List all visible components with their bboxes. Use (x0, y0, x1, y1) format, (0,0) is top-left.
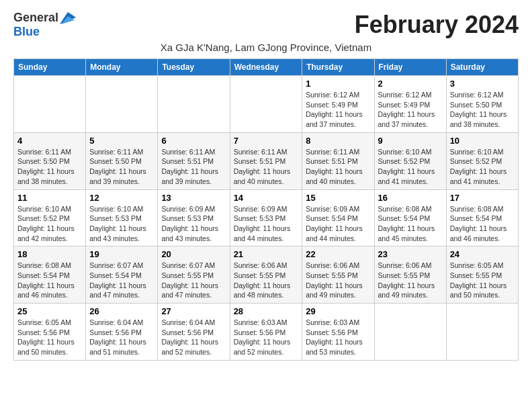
sunrise-text: Sunrise: 6:12 AM (450, 90, 515, 100)
day-number: 1 (306, 79, 370, 89)
calendar-day-cell: 22Sunrise: 6:06 AMSunset: 5:55 PMDayligh… (302, 246, 374, 304)
calendar-day-cell: 2Sunrise: 6:12 AMSunset: 5:49 PMDaylight… (374, 76, 446, 133)
month-title: February 2024 (355, 11, 519, 39)
sunset-text: Sunset: 5:52 PM (17, 214, 82, 224)
calendar-day-cell: 20Sunrise: 6:07 AMSunset: 5:55 PMDayligh… (158, 246, 230, 304)
calendar-day-cell: 10Sunrise: 6:10 AMSunset: 5:52 PMDayligh… (446, 132, 518, 189)
sunset-text: Sunset: 5:50 PM (89, 156, 154, 167)
sunrise-text: Sunrise: 6:08 AM (17, 261, 82, 271)
weekday-header: Wednesday (230, 59, 302, 76)
sunset-text: Sunset: 5:55 PM (378, 271, 443, 281)
day-info: Sunrise: 6:08 AMSunset: 5:54 PMDaylight:… (378, 204, 443, 244)
day-info: Sunrise: 6:10 AMSunset: 5:52 PMDaylight:… (17, 204, 82, 244)
daylight-text: Daylight: 11 hours and 47 minutes. (161, 281, 226, 300)
logo-blue: Blue (13, 25, 40, 39)
day-number: 7 (234, 136, 299, 146)
calendar-day-cell: 3Sunrise: 6:12 AMSunset: 5:50 PMDaylight… (446, 76, 518, 133)
calendar-day-cell: 28Sunrise: 6:03 AMSunset: 5:56 PMDayligh… (230, 304, 302, 361)
sunrise-text: Sunrise: 6:12 AM (378, 90, 443, 100)
daylight-text: Daylight: 11 hours and 38 minutes. (450, 109, 515, 129)
sunrise-text: Sunrise: 6:09 AM (306, 204, 370, 214)
day-info: Sunrise: 6:03 AMSunset: 5:56 PMDaylight:… (306, 318, 370, 357)
calendar-day-cell: 27Sunrise: 6:04 AMSunset: 5:56 PMDayligh… (158, 304, 230, 361)
weekday-header: Friday (374, 59, 446, 76)
calendar-day-cell (158, 76, 230, 133)
day-number: 3 (450, 79, 515, 89)
daylight-text: Daylight: 11 hours and 48 minutes. (234, 281, 299, 300)
calendar-day-cell (230, 76, 302, 133)
day-info: Sunrise: 6:05 AMSunset: 5:55 PMDaylight:… (450, 261, 515, 300)
day-number: 9 (378, 136, 443, 146)
calendar-day-cell: 8Sunrise: 6:11 AMSunset: 5:51 PMDaylight… (302, 132, 374, 189)
calendar-day-cell: 14Sunrise: 6:09 AMSunset: 5:53 PMDayligh… (230, 189, 302, 246)
sunset-text: Sunset: 5:56 PM (161, 328, 226, 338)
sunrise-text: Sunrise: 6:07 AM (89, 261, 154, 271)
sunrise-text: Sunrise: 6:09 AM (234, 204, 299, 214)
daylight-text: Daylight: 11 hours and 44 minutes. (234, 224, 299, 243)
sunrise-text: Sunrise: 6:11 AM (17, 147, 82, 157)
day-info: Sunrise: 6:10 AMSunset: 5:53 PMDaylight:… (89, 204, 154, 244)
day-info: Sunrise: 6:10 AMSunset: 5:52 PMDaylight:… (450, 147, 515, 187)
logo-icon (60, 12, 76, 24)
daylight-text: Daylight: 11 hours and 50 minutes. (17, 337, 82, 357)
sunset-text: Sunset: 5:56 PM (17, 328, 82, 338)
daylight-text: Daylight: 11 hours and 38 minutes. (17, 167, 82, 186)
sunset-text: Sunset: 5:56 PM (89, 328, 154, 338)
day-info: Sunrise: 6:03 AMSunset: 5:56 PMDaylight:… (234, 318, 299, 357)
daylight-text: Daylight: 11 hours and 39 minutes. (89, 167, 154, 186)
sunrise-text: Sunrise: 6:10 AM (450, 147, 515, 157)
calendar-day-cell: 24Sunrise: 6:05 AMSunset: 5:55 PMDayligh… (446, 246, 518, 304)
calendar-day-cell (86, 76, 158, 133)
calendar-subtitle: Xa GJa K'Nang, Lam GJong Province, Vietn… (13, 42, 519, 53)
sunrise-text: Sunrise: 6:10 AM (17, 204, 82, 214)
header: General Blue February 2024 (13, 11, 519, 39)
sunset-text: Sunset: 5:55 PM (306, 271, 370, 281)
calendar-day-cell: 4Sunrise: 6:11 AMSunset: 5:50 PMDaylight… (14, 132, 86, 189)
calendar-day-cell: 21Sunrise: 6:06 AMSunset: 5:55 PMDayligh… (230, 246, 302, 304)
calendar-day-cell: 18Sunrise: 6:08 AMSunset: 5:54 PMDayligh… (14, 246, 86, 304)
sunset-text: Sunset: 5:53 PM (89, 214, 154, 224)
sunset-text: Sunset: 5:54 PM (89, 271, 154, 281)
calendar-day-cell: 5Sunrise: 6:11 AMSunset: 5:50 PMDaylight… (86, 132, 158, 189)
day-number: 20 (161, 249, 226, 259)
day-number: 22 (306, 249, 370, 259)
sunset-text: Sunset: 5:55 PM (450, 271, 515, 281)
weekday-header: Saturday (446, 59, 518, 76)
calendar-day-cell: 29Sunrise: 6:03 AMSunset: 5:56 PMDayligh… (302, 304, 374, 361)
sunrise-text: Sunrise: 6:11 AM (89, 147, 154, 157)
sunset-text: Sunset: 5:54 PM (17, 271, 82, 281)
logo: General Blue (13, 11, 76, 39)
day-info: Sunrise: 6:12 AMSunset: 5:49 PMDaylight:… (378, 90, 443, 130)
daylight-text: Daylight: 11 hours and 47 minutes. (89, 281, 154, 300)
calendar-day-cell: 19Sunrise: 6:07 AMSunset: 5:54 PMDayligh… (86, 246, 158, 304)
daylight-text: Daylight: 11 hours and 44 minutes. (306, 224, 370, 243)
day-number: 6 (161, 136, 226, 146)
calendar-table: SundayMondayTuesdayWednesdayThursdayFrid… (13, 58, 519, 361)
day-number: 14 (234, 193, 299, 203)
daylight-text: Daylight: 11 hours and 45 minutes. (378, 224, 443, 243)
calendar-day-cell: 16Sunrise: 6:08 AMSunset: 5:54 PMDayligh… (374, 189, 446, 246)
day-info: Sunrise: 6:04 AMSunset: 5:56 PMDaylight:… (161, 318, 226, 357)
day-number: 25 (17, 306, 82, 316)
weekday-header: Monday (86, 59, 158, 76)
day-number: 19 (89, 249, 154, 259)
daylight-text: Daylight: 11 hours and 41 minutes. (450, 167, 515, 186)
daylight-text: Daylight: 11 hours and 37 minutes. (306, 109, 370, 129)
sunrise-text: Sunrise: 6:04 AM (89, 318, 154, 328)
daylight-text: Daylight: 11 hours and 41 minutes. (378, 167, 443, 186)
sunrise-text: Sunrise: 6:06 AM (306, 261, 370, 271)
calendar-week-row: 25Sunrise: 6:05 AMSunset: 5:56 PMDayligh… (14, 304, 519, 361)
calendar-day-cell: 12Sunrise: 6:10 AMSunset: 5:53 PMDayligh… (86, 189, 158, 246)
sunset-text: Sunset: 5:53 PM (234, 214, 299, 224)
calendar-day-cell (14, 76, 86, 133)
day-number: 11 (17, 193, 82, 203)
calendar-week-row: 11Sunrise: 6:10 AMSunset: 5:52 PMDayligh… (14, 189, 519, 246)
daylight-text: Daylight: 11 hours and 53 minutes. (306, 337, 370, 357)
sunrise-text: Sunrise: 6:05 AM (450, 261, 515, 271)
day-info: Sunrise: 6:06 AMSunset: 5:55 PMDaylight:… (234, 261, 299, 300)
daylight-text: Daylight: 11 hours and 50 minutes. (450, 281, 515, 300)
sunset-text: Sunset: 5:50 PM (450, 100, 515, 110)
sunset-text: Sunset: 5:50 PM (17, 156, 82, 167)
calendar-day-cell (446, 304, 518, 361)
day-number: 17 (450, 193, 515, 203)
